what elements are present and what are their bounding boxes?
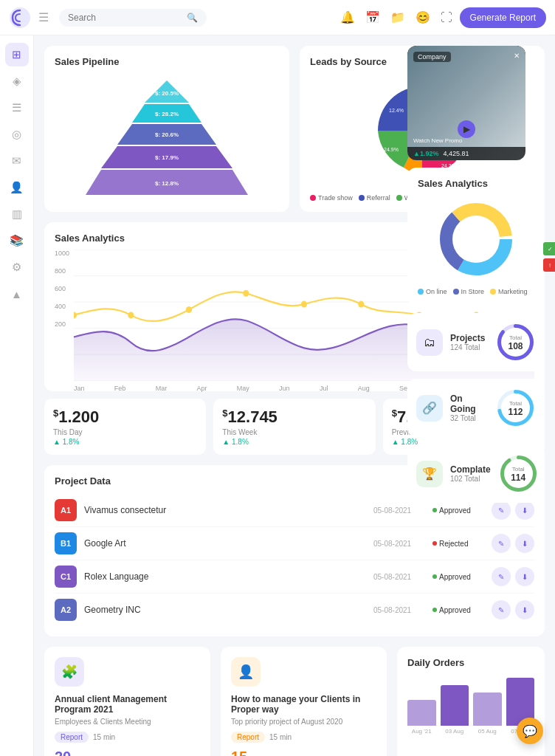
edit-button-3[interactable]: ✎ bbox=[492, 600, 511, 619]
legend-online: On line bbox=[418, 288, 447, 295]
event-card-2: 👤 How to manage your Clients in Proper w… bbox=[221, 647, 387, 756]
project-name-0: Vivamus consectetur bbox=[84, 505, 366, 515]
event-subtitle-2: Top priority project of August 2020 bbox=[231, 718, 376, 726]
sidebar-item-messages[interactable]: ✉ bbox=[5, 149, 29, 173]
side-icon-red[interactable]: ! bbox=[543, 258, 555, 272]
table-row: B1 Google Art 05-08-2021 Rejected ✎ ⬇ bbox=[55, 527, 534, 560]
legend-marketing: Marketing bbox=[490, 288, 528, 295]
event-duration-2: 15 min bbox=[269, 733, 292, 741]
sales-pipeline-card: Sales Pipeline $: 20.5% $: 28.2% $: 20.6… bbox=[44, 46, 289, 212]
logo bbox=[9, 7, 31, 29]
projects-icon: 🗂 bbox=[416, 329, 443, 356]
play-button[interactable]: ▶ bbox=[458, 120, 475, 138]
user-circle-icon[interactable]: 😊 bbox=[416, 10, 430, 24]
svg-text:$: 20.5%: $: 20.5% bbox=[155, 90, 179, 97]
svg-text:$: 28.2%: $: 28.2% bbox=[155, 111, 179, 117]
sidebar-item-library[interactable]: 📚 bbox=[5, 229, 29, 252]
stat-this-day: $1.200 This Day ▲ 1.8% bbox=[44, 399, 206, 455]
complete-total-label: Total 114 bbox=[511, 465, 525, 482]
project-date-1: 05-08-2021 bbox=[373, 540, 425, 548]
project-actions-3: ✎ ⬇ bbox=[492, 600, 534, 619]
bar-03aug-label: 03 Aug bbox=[445, 728, 463, 735]
complete-progress: Total 114 bbox=[498, 453, 539, 494]
svg-point-22 bbox=[74, 312, 77, 318]
legend-tradeshow: Trade show bbox=[310, 194, 353, 202]
sidebar-item-reports[interactable]: ▥ bbox=[5, 202, 29, 226]
menu-toggle[interactable]: ☰ bbox=[38, 10, 49, 24]
sidebar-item-dashboard[interactable]: ⊞ bbox=[5, 43, 29, 66]
project-tag-a1: A1 bbox=[55, 499, 77, 521]
projects-title: Projects bbox=[450, 333, 488, 343]
complete-stat-card: 🏆 Complate 102 Total Total 114 bbox=[407, 444, 545, 503]
stat-change-day: ▲ 1.8% bbox=[53, 438, 197, 446]
stat-value: 4,425.81 bbox=[443, 150, 469, 157]
legend-referral: Referral bbox=[359, 194, 390, 202]
notification-icon[interactable]: 🔔 bbox=[340, 10, 355, 24]
fullscreen-icon[interactable]: ⛶ bbox=[441, 11, 452, 24]
side-icon-green[interactable]: ✓ bbox=[543, 242, 555, 255]
download-button-2[interactable]: ⬇ bbox=[515, 567, 534, 586]
projects-sub: 124 Total bbox=[450, 343, 488, 351]
projects-stat-card: 🗂 Projects 124 Total Total 108 bbox=[407, 313, 545, 371]
top-navigation: ☰ 🔍 🔔 📅 📁 😊 ⛶ Generate Report bbox=[0, 0, 555, 35]
edit-button-2[interactable]: ✎ bbox=[492, 567, 511, 586]
event-card-1: 🧩 Annual client Management Program 2021 … bbox=[44, 647, 210, 756]
projects-info: Projects 124 Total bbox=[450, 333, 488, 351]
daily-orders-title: Daily Orders bbox=[407, 657, 534, 668]
close-button[interactable]: ✕ bbox=[514, 52, 520, 60]
event-title-2: How to manage your Clients in Proper way bbox=[231, 694, 376, 715]
svg-point-25 bbox=[243, 290, 249, 297]
stat-change: ▲1.92% bbox=[413, 150, 438, 157]
event-title-1: Annual client Management Program 2021 bbox=[55, 694, 200, 715]
stat-label-day: This Day bbox=[53, 428, 197, 436]
sidebar-item-target[interactable]: ◎ bbox=[5, 123, 29, 146]
ongoing-total-label: Total 112 bbox=[508, 399, 523, 416]
ongoing-icon: 🔗 bbox=[416, 395, 443, 422]
project-status-3: Approved bbox=[432, 606, 484, 614]
ongoing-title: On Going bbox=[450, 394, 488, 414]
svg-text:$: 20.6%: $: 20.6% bbox=[155, 131, 179, 138]
sidebar-item-contacts[interactable]: 👤 bbox=[5, 176, 29, 199]
sidebar-item-settings[interactable]: ⚙ bbox=[5, 255, 29, 279]
svg-point-27 bbox=[358, 301, 364, 308]
bar-05aug-label: 05 Aug bbox=[478, 728, 497, 735]
daily-orders-chart: Aug '21 03 Aug 05 Aug 07 Aug bbox=[407, 676, 534, 735]
bar-05aug-rect bbox=[473, 693, 502, 726]
pipeline-chart: $: 20.5% $: 28.2% $: 20.6% $: 17.9% $: 1… bbox=[55, 75, 279, 200]
project-tag-c1: C1 bbox=[55, 566, 77, 588]
event-badge-1: Report bbox=[55, 732, 89, 743]
pipeline-svg: $: 20.5% $: 28.2% $: 20.6% $: 17.9% $: 1… bbox=[82, 77, 252, 199]
bar-aug21: Aug '21 bbox=[407, 700, 436, 735]
project-name-1: Google Art bbox=[84, 538, 366, 549]
svg-text:12.4%: 12.4% bbox=[389, 108, 404, 113]
project-title: Project Data bbox=[55, 475, 111, 487]
fab-button[interactable]: 💬 bbox=[517, 718, 543, 744]
download-button-3[interactable]: ⬇ bbox=[515, 600, 534, 619]
nav-icons: 🔔 📅 📁 😊 ⛶ bbox=[340, 10, 452, 24]
table-row: C1 Rolex Language 05-08-2021 Approved ✎ … bbox=[55, 560, 534, 594]
project-date-3: 05-08-2021 bbox=[373, 606, 425, 614]
search-input[interactable] bbox=[68, 13, 182, 23]
donut-title: Sales Analytics bbox=[418, 178, 534, 189]
folder-icon[interactable]: 📁 bbox=[390, 10, 405, 24]
table-row: A2 Geometry INC 05-08-2021 Approved ✎ ⬇ bbox=[55, 594, 534, 626]
company-video-card: Company ✕ ▶ Watch New Promo ▲1.92% 4,425… bbox=[407, 46, 525, 160]
calendar-icon[interactable]: 📅 bbox=[365, 10, 380, 24]
sidebar-item-chart[interactable]: ▲ bbox=[5, 282, 29, 306]
event-icon-2: 👤 bbox=[231, 657, 261, 687]
donut-svg bbox=[432, 195, 520, 284]
complete-icon: 🏆 bbox=[416, 461, 443, 487]
event-count-1: 20 bbox=[55, 749, 200, 756]
download-button-1[interactable]: ⬇ bbox=[515, 534, 534, 553]
stat-change-week: ▲ 1.8% bbox=[222, 438, 366, 446]
donut-legend: On line In Store Marketing bbox=[418, 288, 534, 295]
right-sidebar: Company ✕ ▶ Watch New Promo ▲1.92% 4,425… bbox=[407, 35, 555, 513]
edit-button-1[interactable]: ✎ bbox=[492, 534, 511, 553]
project-name-2: Rolex Language bbox=[84, 571, 366, 582]
sidebar-item-analytics[interactable]: ◈ bbox=[5, 69, 29, 93]
ongoing-info: On Going 32 Total bbox=[450, 394, 488, 422]
sidebar-item-list[interactable]: ☰ bbox=[5, 96, 29, 120]
project-tag-a2: A2 bbox=[55, 599, 77, 621]
bar-03aug-rect bbox=[441, 685, 469, 726]
generate-report-button[interactable]: Generate Report bbox=[460, 7, 546, 28]
